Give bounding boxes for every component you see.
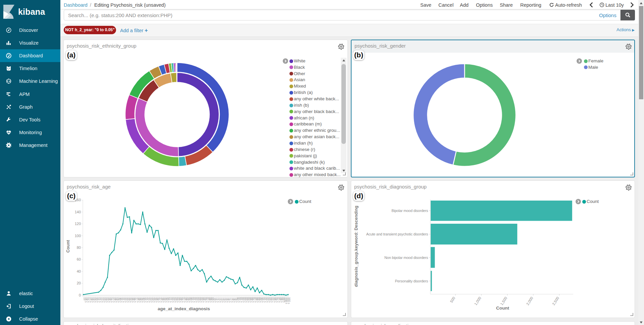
svg-text:Bipolar mood disorders: Bipolar mood disorders — [391, 209, 428, 213]
svg-text:1,000: 1,000 — [474, 296, 482, 306]
svg-text:500: 500 — [449, 296, 456, 304]
svg-text:140: 140 — [75, 210, 81, 214]
svg-text:2,500: 2,500 — [551, 296, 560, 306]
svg-text:102: 102 — [288, 297, 291, 302]
svg-text:Acute and transient psychotic: Acute and transient psychotic disorders — [366, 232, 428, 236]
svg-text:80: 80 — [77, 246, 81, 250]
svg-text:20: 20 — [77, 281, 81, 285]
svg-text:1,500: 1,500 — [499, 296, 508, 306]
svg-text:Non bipolar mood disorders: Non bipolar mood disorders — [384, 256, 428, 260]
svg-text:60: 60 — [77, 257, 81, 261]
svg-text:Personality disorders: Personality disorders — [395, 279, 428, 283]
svg-text:120: 120 — [75, 222, 81, 226]
svg-text:0: 0 — [79, 293, 81, 297]
svg-text:2,000: 2,000 — [526, 296, 534, 306]
svg-text:40: 40 — [77, 269, 81, 273]
svg-text:100: 100 — [75, 234, 81, 238]
